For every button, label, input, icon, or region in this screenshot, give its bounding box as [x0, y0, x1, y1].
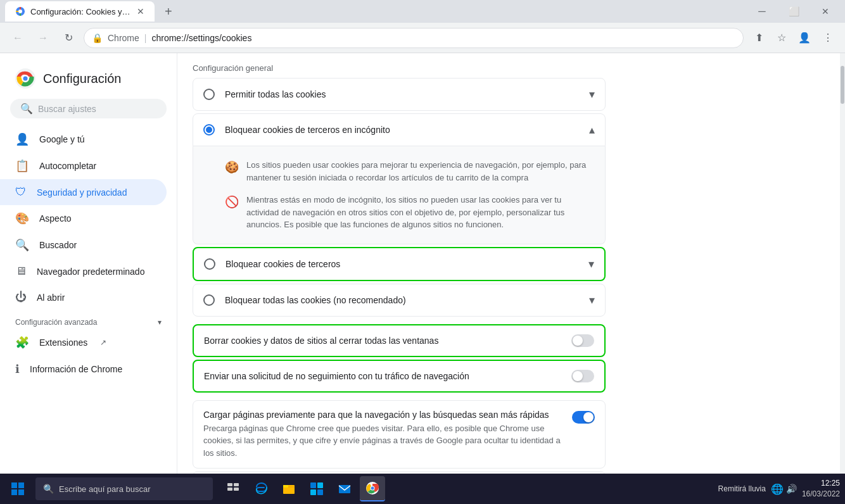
back-icon: ← — [13, 32, 23, 44]
sidebar-label-extensiones: Extensiones — [39, 337, 87, 348]
expanded-item-incognito: 🚫 Mientras estás en modo de incógnito, l… — [225, 189, 595, 236]
taskbar-chrome[interactable] — [360, 476, 385, 501]
tab-title: Configuración: Cookies y otros d — [30, 7, 132, 16]
close-btn[interactable]: ✕ — [811, 1, 840, 22]
weather-text: Remitirá lluvia — [718, 484, 766, 493]
chevron-allow-all: ▾ — [589, 87, 595, 101]
clock-time: 12:25 — [802, 478, 840, 489]
autocompletar-icon: 📋 — [15, 159, 29, 173]
sidebar-label-buscador: Buscador — [39, 240, 77, 250]
taskbar-edge[interactable] — [248, 476, 274, 501]
aspecto-icon: 🎨 — [15, 211, 29, 225]
sidebar-item-buscador[interactable]: 🔍 Buscador — [0, 232, 167, 258]
svg-rect-19 — [317, 489, 323, 495]
sidebar-title: Configuración — [43, 72, 121, 86]
sidebar-label-google: Google y tú — [39, 134, 85, 144]
forward-button[interactable]: → — [33, 28, 53, 48]
svg-rect-6 — [11, 482, 17, 488]
toggle-borrar-cookies[interactable]: Borrar cookies y datos de sitios al cerr… — [193, 324, 606, 357]
sidebar-item-extensiones[interactable]: 🧩 Extensiones ↗ — [0, 329, 167, 356]
svg-rect-9 — [18, 489, 24, 495]
store-icon — [310, 482, 324, 496]
main-panel: Configuración general Permitir todas las… — [177, 53, 840, 474]
preload-row[interactable]: Cargar páginas previamente para que la n… — [193, 400, 606, 469]
advanced-section-header[interactable]: Configuración avanzada ▾ — [0, 310, 177, 329]
windows-logo — [11, 482, 24, 495]
svg-point-5 — [23, 77, 28, 81]
taskview-icon — [227, 482, 239, 495]
option-block-third-party[interactable]: Bloquear cookies de terceros ▾ — [193, 247, 606, 281]
sidebar-search[interactable]: 🔍 Buscar ajustes — [10, 99, 167, 118]
incognito-icon: 🚫 — [225, 195, 239, 209]
security-icon: 🔒 — [92, 33, 103, 43]
new-tab-button[interactable]: + — [160, 2, 177, 22]
taskbar-mail[interactable] — [332, 476, 357, 501]
refresh-button[interactable]: ↻ — [58, 28, 79, 48]
menu-btn[interactable]: ⋮ — [817, 28, 837, 48]
toggle-switch-borrar-cookies[interactable] — [571, 334, 594, 347]
radio-block-incognito — [203, 124, 215, 135]
option-block-all[interactable]: Bloquear todas las cookies (no recomenda… — [193, 284, 606, 317]
sidebar-item-google[interactable]: 👤 Google y tú — [0, 126, 167, 153]
start-button[interactable] — [5, 476, 30, 501]
tab-favicon — [15, 6, 25, 16]
toggle-label-no-seguimiento: Enviar una solicitud de no seguimiento c… — [204, 371, 571, 381]
sidebar-item-autocompletar[interactable]: 📋 Autocompletar — [0, 153, 167, 179]
star-icon: ☆ — [777, 32, 786, 44]
radio-allow-all — [203, 89, 215, 100]
address-bar[interactable]: 🔒 Chrome | chrome://settings/cookies — [84, 28, 744, 48]
toggle-no-seguimiento[interactable]: Enviar una solicitud de no seguimiento c… — [193, 360, 606, 393]
expanded-text-incognito: Mientras estás en modo de incógnito, los… — [246, 194, 595, 231]
taskbar-search-text: Escribe aquí para buscar — [59, 484, 151, 494]
profile-btn[interactable]: 👤 — [794, 28, 815, 48]
expanded-text-cookies: Los sitios pueden usar cookies para mejo… — [246, 159, 595, 184]
preload-title: Cargar páginas previamente para que la n… — [203, 410, 562, 420]
back-button[interactable]: ← — [8, 28, 28, 48]
sidebar-item-info[interactable]: ℹ Información de Chrome — [0, 356, 167, 382]
svg-point-1 — [18, 9, 22, 13]
network-icon[interactable]: 🌐 — [771, 483, 784, 495]
svg-rect-15 — [283, 485, 288, 488]
taskbar-search-icon: 🔍 — [43, 484, 54, 494]
option-label-block-all: Bloquear todas las cookies (no recomenda… — [225, 295, 589, 305]
abrir-icon: ⏻ — [15, 291, 27, 304]
toggle-preload[interactable] — [572, 411, 595, 424]
option-label-block-incognito: Bloquear cookies de terceros en incógnit… — [225, 125, 589, 135]
maximize-btn[interactable]: ⬜ — [779, 1, 808, 22]
share-icon: ⬆ — [755, 32, 763, 44]
seguridad-icon: 🛡 — [15, 186, 27, 199]
nav-bar: ← → ↻ 🔒 Chrome | chrome://settings/cooki… — [0, 23, 845, 53]
external-link-icon: ↗ — [100, 338, 106, 347]
mail-icon — [338, 482, 352, 496]
sidebar-label-info: Información de Chrome — [30, 364, 122, 374]
sidebar-item-navegador[interactable]: 🖥 Navegador predeterminado — [0, 258, 167, 284]
taskbar-search[interactable]: 🔍 Escribe aquí para buscar — [35, 477, 213, 500]
extensiones-icon: 🧩 — [15, 336, 29, 350]
active-tab[interactable]: Configuración: Cookies y otros d ✕ — [5, 1, 155, 22]
speaker-icon[interactable]: 🔊 — [786, 484, 797, 494]
sidebar-label-navegador: Navegador predeterminado — [37, 267, 144, 277]
taskbar-taskview[interactable] — [220, 476, 246, 501]
bookmark-star-btn[interactable]: ☆ — [772, 28, 792, 48]
tab-close-btn[interactable]: ✕ — [137, 6, 144, 16]
taskbar-store[interactable] — [304, 476, 329, 501]
browser-frame: Configuración: Cookies y otros d ✕ + ─ ⬜… — [0, 0, 845, 504]
google-icon: 👤 — [15, 132, 29, 146]
sidebar-item-abrir[interactable]: ⏻ Al abrir — [0, 284, 167, 310]
option-allow-all[interactable]: Permitir todas las cookies ▾ — [193, 78, 606, 111]
toggle-switch-no-seguimiento[interactable] — [571, 370, 594, 382]
preload-text: Cargar páginas previamente para que la n… — [203, 410, 562, 460]
option-block-incognito[interactable]: Bloquear cookies de terceros en incógnit… — [193, 113, 606, 146]
preload-description: Precarga páginas que Chrome cree que pue… — [203, 422, 562, 460]
search-icon: 🔍 — [20, 103, 33, 115]
profile-icon: 👤 — [798, 32, 811, 44]
chevron-block-third-party: ▾ — [588, 257, 594, 271]
bookmark-page-btn[interactable]: ⬆ — [749, 28, 769, 48]
taskbar-explorer[interactable] — [276, 476, 302, 501]
sidebar-item-seguridad[interactable]: 🛡 Seguridad y privacidad — [0, 179, 167, 205]
svg-rect-20 — [339, 485, 350, 493]
sidebar-item-aspecto[interactable]: 🎨 Aspecto — [0, 205, 167, 232]
scrollbar-track[interactable] — [840, 53, 845, 474]
minimize-btn[interactable]: ─ — [747, 1, 777, 22]
scrollbar-thumb[interactable] — [841, 66, 844, 104]
